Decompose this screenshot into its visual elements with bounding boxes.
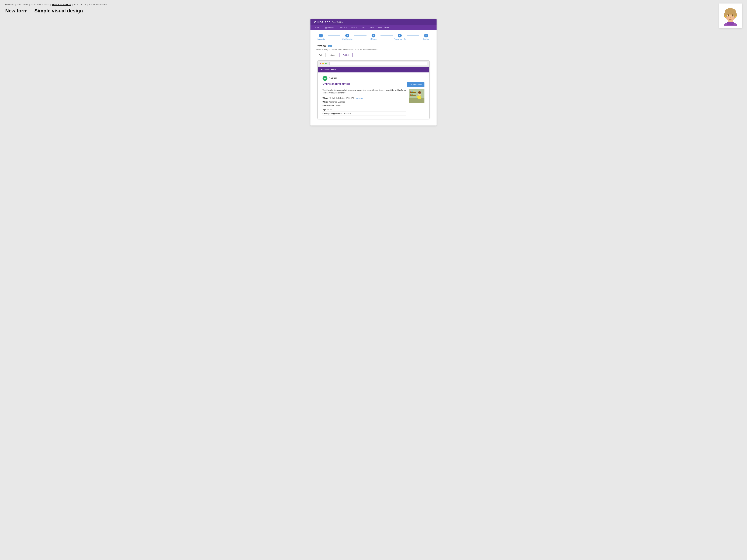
svg-rect-29: [413, 91, 414, 92]
breadcrumb-item-build: BUILD & QA: [74, 3, 86, 6]
step-connector-2: [354, 35, 366, 36]
preview-description: Please review your role and check you ha…: [316, 49, 431, 51]
breadcrumb-item-discover: DISCOVER: [17, 3, 28, 6]
inner-vinspired-bar: V·INSPIRED: [318, 67, 429, 73]
breadcrumb: INITIATE | DISCOVER | CONCEPT & TEST | D…: [5, 3, 742, 6]
page-title: New form | Simple visual design: [5, 8, 742, 14]
stepper: 1 Key details 2 Role information 3 Add i…: [310, 30, 437, 42]
detail-when-label: When:: [323, 101, 328, 103]
detail-closing-value: 31/10/2017: [344, 112, 353, 114]
detail-commitment: Commitment: Flexible: [323, 104, 406, 108]
svg-point-38: [420, 94, 420, 94]
step-connector-4: [407, 35, 419, 36]
browser-minimize-dot: [323, 63, 324, 64]
vinspired-logo: V·INSPIRED: [314, 21, 331, 24]
step-1-circle: 1: [319, 34, 323, 37]
vinspired-org: Anna Test Org: [332, 21, 343, 23]
detail-where-label: Where:: [323, 97, 329, 99]
svg-point-20: [732, 17, 735, 19]
nav-home[interactable]: Home: [314, 26, 320, 29]
step-3-circle: 3: [371, 34, 376, 37]
detail-commitment-value: Flexible: [334, 105, 340, 107]
browser-preview: V·INSPIRED O OXFAM Online shop volunteer…: [317, 60, 430, 119]
opportunity-image-svg: [409, 89, 424, 103]
svg-point-8: [727, 10, 729, 12]
step-5: 5 Preview: [419, 34, 433, 40]
detail-where: Where: 45 High St, Billericay CM12 8AX S…: [323, 96, 406, 100]
page-title-main: New form: [5, 8, 28, 14]
step-5-label: Preview: [423, 38, 429, 40]
vinspired-topbar: V·INSPIRED Anna Test Org: [310, 19, 437, 25]
svg-rect-24: [409, 98, 424, 103]
detail-age-value: 14-25: [327, 109, 332, 111]
detail-age-label: Age:: [323, 109, 327, 111]
avatar-container: [719, 3, 742, 28]
opportunity-body: Would you like the opportunity to make n…: [323, 89, 424, 115]
avatar-image: [721, 5, 740, 26]
detail-commitment-label: Commitment:: [323, 105, 334, 107]
breadcrumb-item-launch: LAUNCH & LEARN: [89, 3, 107, 6]
svg-rect-2: [727, 22, 734, 25]
title-row: Online shop volunteer I'm interested!: [323, 82, 424, 87]
edit-button[interactable]: Edit: [316, 53, 326, 57]
breadcrumb-item-detailed-design: DETAILED DESIGN: [52, 3, 71, 6]
detail-closing: Closing for applications: 31/10/2017: [323, 112, 406, 115]
step-3: 3 Add image: [366, 34, 381, 40]
svg-rect-30: [410, 94, 411, 95]
step-1: 1 Key details: [314, 34, 328, 40]
svg-point-19: [726, 17, 728, 19]
publish-button[interactable]: Publish: [339, 53, 353, 57]
step-2: 2 Role information: [340, 34, 354, 40]
preview-badge: Live: [328, 45, 332, 47]
org-row: O OXFAM: [323, 76, 424, 81]
nav-awards[interactable]: Awards: [351, 26, 358, 29]
nav-opportunities[interactable]: Opportunities: [323, 26, 336, 29]
svg-point-9: [729, 9, 731, 12]
detail-age: Age: 14-25: [323, 108, 406, 112]
svg-point-21: [725, 16, 726, 17]
browser-chrome: [318, 60, 429, 67]
svg-rect-27: [410, 91, 411, 92]
svg-rect-25: [410, 92, 416, 93]
svg-point-15: [732, 16, 733, 17]
svg-point-16: [728, 16, 729, 16]
interested-button[interactable]: I'm interested!: [407, 82, 424, 87]
svg-point-17: [732, 16, 733, 16]
nav-help[interactable]: Help: [369, 26, 375, 29]
detail-where-value: 45 High St, Billericay CM12 8AX: [329, 97, 354, 99]
opportunity-image: [409, 89, 424, 103]
svg-point-36: [418, 91, 421, 94]
step-4-label: Finding your role: [394, 38, 406, 40]
svg-rect-26: [410, 95, 416, 96]
breadcrumb-item-initiate: INITIATE: [5, 3, 14, 6]
svg-rect-31: [412, 94, 413, 95]
svg-rect-35: [420, 96, 421, 98]
org-icon: O: [323, 76, 328, 81]
opportunity-text-col: Would you like the opportunity to make n…: [323, 89, 406, 115]
svg-point-14: [728, 16, 729, 17]
step-1-label: Key details: [317, 38, 325, 40]
preview-section: Preview Live Please review your role and…: [310, 42, 437, 126]
opportunity-card: O OXFAM Online shop volunteer I'm intere…: [318, 73, 429, 119]
nav-stats[interactable]: Stats: [361, 26, 366, 29]
breadcrumb-sep-4: |: [72, 3, 73, 6]
detail-when: When: Weekends, Evenings: [323, 100, 406, 104]
opportunity-description: Would you like the opportunity to make n…: [323, 89, 406, 94]
preview-title: Preview: [316, 45, 326, 48]
step-3-label: Add image: [370, 38, 377, 40]
step-2-circle: 2: [345, 34, 349, 37]
step-5-circle: 5: [424, 34, 428, 37]
nav-user[interactable]: Anna Clarke: [377, 26, 389, 29]
save-button[interactable]: Save: [327, 53, 338, 57]
main-card: V·INSPIRED Anna Test Org Home Opportunit…: [310, 19, 437, 126]
breadcrumb-sep-2: |: [29, 3, 30, 6]
nav-people[interactable]: People: [339, 26, 347, 29]
detail-closing-label: Closing for applications:: [323, 112, 343, 114]
step-connector-3: [381, 35, 393, 36]
step-4: 4 Finding your role: [393, 34, 407, 40]
browser-maximize-dot: [325, 63, 327, 64]
svg-rect-28: [412, 91, 413, 92]
browser-close-dot: [320, 63, 321, 64]
page-title-sub: Simple visual design: [34, 8, 83, 14]
show-map-link[interactable]: Show map: [356, 97, 363, 99]
